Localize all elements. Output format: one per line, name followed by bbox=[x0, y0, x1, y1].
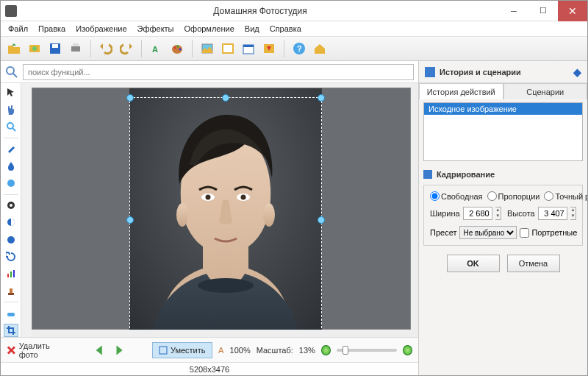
right-panel-heading: История и сценарии ◆ bbox=[419, 61, 587, 83]
ok-button[interactable]: OK bbox=[447, 255, 500, 272]
tool-stamp-icon[interactable] bbox=[4, 285, 18, 297]
help-icon[interactable]: ? bbox=[290, 40, 308, 57]
save-icon[interactable] bbox=[46, 40, 64, 57]
tool-crop-icon[interactable] bbox=[4, 324, 18, 337]
frames-icon[interactable] bbox=[219, 40, 237, 57]
calendar-icon[interactable] bbox=[240, 40, 257, 57]
tool-brightness-icon[interactable] bbox=[4, 199, 18, 212]
crop-handle-tr[interactable] bbox=[318, 94, 325, 102]
tab-history[interactable]: История действий bbox=[419, 83, 503, 99]
scale-label: Масштаб: bbox=[257, 346, 293, 355]
menubar: Файл Правка Изображение Эффекты Оформлен… bbox=[1, 21, 587, 36]
zoom-slider-thumb[interactable] bbox=[343, 346, 348, 355]
tool-hand-icon[interactable] bbox=[4, 103, 18, 116]
svg-text:A: A bbox=[152, 45, 158, 54]
undo-icon[interactable] bbox=[97, 40, 115, 57]
effects-icon[interactable] bbox=[260, 40, 278, 57]
zoom-slider[interactable] bbox=[337, 349, 397, 352]
tool-contrast-icon[interactable] bbox=[4, 216, 18, 229]
minimize-button[interactable]: ─ bbox=[499, 1, 528, 21]
width-label: Ширина bbox=[430, 209, 460, 218]
radio-proportions[interactable]: Пропорции bbox=[487, 191, 540, 201]
bottom-bar: Удалить фото Уместить A 100% Масштаб: 13… bbox=[1, 337, 418, 362]
next-button[interactable] bbox=[112, 343, 126, 358]
menu-file[interactable]: Файл bbox=[4, 23, 32, 35]
status-bar: 5208x3476 bbox=[1, 362, 418, 375]
svg-text:A: A bbox=[218, 346, 224, 355]
preset-select[interactable]: Не выбрано bbox=[459, 226, 517, 239]
width-spinner[interactable]: ▲▼ bbox=[495, 207, 501, 220]
svg-rect-32 bbox=[7, 313, 15, 316]
svg-rect-29 bbox=[13, 270, 15, 277]
svg-text:?: ? bbox=[297, 44, 302, 53]
collapse-icon[interactable]: ◆ bbox=[573, 66, 581, 78]
image-icon[interactable] bbox=[198, 40, 216, 57]
svg-rect-14 bbox=[243, 45, 254, 47]
tool-zoom-icon[interactable] bbox=[4, 121, 18, 133]
history-list[interactable]: Исходное изображение bbox=[423, 102, 583, 161]
canvas[interactable] bbox=[32, 88, 411, 330]
print-icon[interactable] bbox=[67, 40, 85, 57]
delete-photo-button[interactable]: Удалить фото bbox=[7, 341, 66, 359]
close-button[interactable]: ✕ bbox=[558, 1, 587, 21]
menu-view[interactable]: Вид bbox=[240, 23, 264, 35]
maximize-button[interactable]: ☐ bbox=[528, 1, 558, 21]
fit-button[interactable]: Уместить bbox=[152, 342, 212, 358]
right-panel: История и сценарии ◆ История действий Сц… bbox=[418, 61, 587, 375]
radio-exact[interactable]: Точный размер bbox=[544, 191, 588, 201]
cancel-button[interactable]: Отмена bbox=[507, 255, 560, 272]
tool-swirl-icon[interactable] bbox=[4, 250, 18, 263]
vertical-scrollbar[interactable] bbox=[411, 83, 418, 337]
height-input[interactable] bbox=[538, 207, 567, 220]
search-input[interactable] bbox=[23, 64, 414, 80]
tool-pointer-icon[interactable] bbox=[4, 86, 18, 99]
zoom-out-button[interactable] bbox=[321, 345, 331, 355]
width-input[interactable] bbox=[463, 207, 492, 220]
tool-eraser-icon[interactable] bbox=[4, 307, 18, 319]
svg-point-8 bbox=[174, 47, 176, 49]
menu-help[interactable]: Справка bbox=[265, 23, 306, 35]
menu-edit[interactable]: Правка bbox=[34, 23, 70, 35]
height-spinner[interactable]: ▲▼ bbox=[570, 207, 576, 220]
prev-button[interactable] bbox=[93, 343, 106, 358]
crop-selection[interactable] bbox=[129, 97, 322, 337]
zoom-in-button[interactable] bbox=[403, 345, 412, 355]
tool-sharpen-icon[interactable] bbox=[4, 233, 18, 246]
history-item[interactable]: Исходное изображение bbox=[424, 103, 582, 115]
fit-icon bbox=[159, 346, 168, 355]
menu-effects[interactable]: Эффекты bbox=[133, 23, 179, 35]
svg-rect-4 bbox=[71, 46, 80, 52]
app-icon bbox=[5, 5, 17, 17]
palette-icon[interactable] bbox=[168, 40, 186, 57]
crop-handle-mr[interactable] bbox=[318, 216, 325, 224]
tool-brush-icon[interactable] bbox=[4, 143, 18, 155]
crop-handle-ml[interactable] bbox=[126, 216, 134, 224]
menu-decoration[interactable]: Оформление bbox=[180, 23, 239, 35]
portrait-checkbox[interactable]: Портретные bbox=[520, 228, 577, 238]
zoom-100-icon: A bbox=[218, 346, 227, 355]
crop-heading-label: Кадрирование bbox=[437, 170, 495, 179]
tool-levels-icon[interactable] bbox=[4, 268, 18, 280]
radio-free[interactable]: Свободная bbox=[430, 191, 483, 201]
menu-image[interactable]: Изображение bbox=[71, 23, 131, 35]
tab-scenarios[interactable]: Сценарии bbox=[503, 83, 588, 99]
canvas-area bbox=[21, 83, 418, 337]
redo-icon[interactable] bbox=[118, 40, 135, 57]
tool-drop-icon[interactable] bbox=[4, 160, 18, 172]
catalog-icon[interactable] bbox=[26, 40, 43, 57]
tool-colorize-icon[interactable] bbox=[4, 177, 18, 189]
image-dimensions: 5208x3476 bbox=[190, 365, 229, 374]
svg-line-19 bbox=[13, 74, 17, 77]
open-icon[interactable] bbox=[5, 40, 23, 57]
horizontal-scrollbar[interactable] bbox=[32, 330, 411, 337]
svg-point-18 bbox=[7, 67, 14, 74]
zoom-100-button[interactable]: A 100% bbox=[218, 346, 251, 355]
text-icon[interactable]: A bbox=[148, 40, 165, 57]
main-toolbar: A ? bbox=[1, 36, 587, 61]
svg-rect-27 bbox=[7, 274, 9, 277]
home-icon[interactable] bbox=[311, 40, 329, 57]
crop-section: Свободная Пропорции Точный размер Ширина… bbox=[423, 185, 583, 246]
crop-handle-tm[interactable] bbox=[222, 94, 229, 102]
crop-handle-tl[interactable] bbox=[126, 94, 134, 102]
titlebar: Домашняя Фотостудия ─ ☐ ✕ bbox=[1, 1, 587, 21]
